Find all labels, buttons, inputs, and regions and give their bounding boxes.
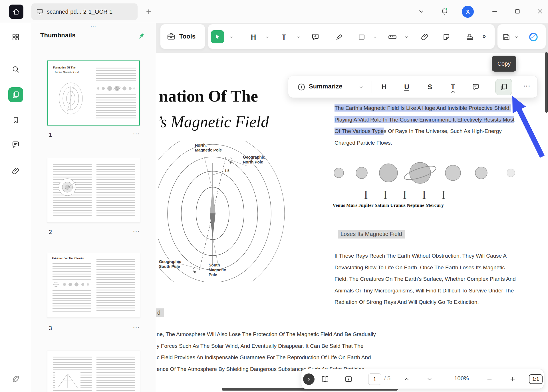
- bookmark-icon: [12, 116, 20, 124]
- pages-icon: [11, 90, 20, 99]
- select-tool-button[interactable]: [211, 30, 224, 43]
- comment-tool-button[interactable]: [310, 31, 321, 43]
- shapes-tool-dropdown[interactable]: [372, 35, 378, 40]
- text-tool-dropdown[interactable]: [296, 35, 301, 40]
- page-2-more-button[interactable]: ⋯: [127, 227, 140, 235]
- context-more-button[interactable]: ⋯: [521, 82, 533, 90]
- user-avatar[interactable]: X: [462, 6, 474, 18]
- save-button[interactable]: [501, 31, 512, 43]
- book-open-icon: [321, 375, 329, 383]
- app-logo-icon: [10, 373, 21, 385]
- stamp-icon: [466, 33, 474, 41]
- thumb1-diagram: [53, 78, 90, 118]
- avatar-letter: X: [466, 9, 470, 15]
- grid-view-button[interactable]: [10, 31, 21, 43]
- planet-jupiter: [379, 164, 398, 182]
- toolbar-overflow-button[interactable]: »: [483, 33, 486, 39]
- page-3-more-button[interactable]: ⋯: [127, 323, 140, 331]
- notification-dot: [445, 8, 447, 10]
- pushpin-icon: [137, 32, 146, 41]
- next-page-button[interactable]: [424, 373, 435, 385]
- panel-drag-handle[interactable]: ⋯: [31, 23, 156, 29]
- shapes-tool-button[interactable]: [356, 31, 367, 43]
- squiggly-underline-button[interactable]: T: [447, 81, 459, 93]
- squiggly-icon: T: [451, 83, 455, 91]
- collapse-toolbar-button[interactable]: [416, 6, 427, 17]
- new-tab-button[interactable]: [144, 7, 154, 17]
- document-tab[interactable]: scanned-pd...-2-1_OCR-1: [31, 3, 138, 20]
- text-tool-button[interactable]: T: [278, 31, 290, 43]
- highlight-text-button[interactable]: H: [378, 81, 390, 93]
- main-area: nation Of The ’s Magnetic Field: [156, 23, 548, 392]
- underline-text-button[interactable]: U: [401, 81, 412, 93]
- sidebar-item-bookmarks[interactable]: [10, 114, 21, 126]
- underline-icon: U: [404, 83, 409, 91]
- comment-edit-icon: [311, 33, 320, 41]
- magnetic-field-diagram: North,Magnetic Pole GeographicNorth Pole…: [158, 141, 303, 282]
- paragraph-1: The Earth’s Magnetic Field Is Like A Hug…: [335, 102, 514, 149]
- planet-venus: [334, 168, 344, 178]
- thumb1-planets: [96, 85, 136, 92]
- attach-tool-button[interactable]: [419, 31, 430, 43]
- copy-icon: [499, 83, 508, 91]
- ai-assistant-button[interactable]: [528, 31, 539, 43]
- close-button[interactable]: [534, 6, 546, 17]
- measure-tool-dropdown[interactable]: [404, 35, 409, 40]
- measure-tool-button[interactable]: [387, 31, 398, 43]
- ruler-icon: [388, 33, 397, 42]
- zoom-in-button[interactable]: [507, 373, 518, 385]
- pointer-mode-button[interactable]: [343, 373, 354, 385]
- copy-button[interactable]: [495, 79, 512, 95]
- stamp-tool-button[interactable]: [464, 31, 476, 43]
- chevron-down-icon: [229, 35, 233, 39]
- planets-figure: [327, 157, 527, 189]
- summarize-label[interactable]: Summarize: [309, 83, 342, 90]
- sidebar-item-comments[interactable]: [10, 139, 21, 150]
- summarize-button[interactable]: [296, 81, 307, 93]
- zoom-level[interactable]: 100%: [450, 375, 473, 382]
- sticker-tool-button[interactable]: [441, 31, 452, 43]
- reader-mode-button[interactable]: [319, 373, 331, 385]
- page-number-input[interactable]: 1: [368, 373, 381, 385]
- thumbnail-page-2[interactable]: [47, 158, 140, 223]
- zoom-out-button[interactable]: [484, 373, 495, 385]
- add-comment-button[interactable]: [470, 81, 481, 93]
- minimize-icon: [491, 8, 498, 15]
- actual-size-button[interactable]: 1:1: [529, 374, 543, 384]
- chevron-down-icon: [265, 35, 269, 39]
- thumbnail-page-1[interactable]: Formation Of The Earth's Magnetic Field: [47, 60, 140, 126]
- strikeout-text-button[interactable]: S: [424, 81, 436, 93]
- heading-tool-dropdown[interactable]: [265, 35, 270, 40]
- label-geographic-north-pole: GeographicNorth Pole: [243, 155, 265, 165]
- text-tool-icon: T: [282, 33, 286, 41]
- summarize-dropdown[interactable]: [356, 81, 366, 93]
- thumb2-textlines: [96, 164, 135, 217]
- minimize-button[interactable]: [489, 6, 500, 17]
- chevron-down-icon: [296, 35, 301, 39]
- notifications-button[interactable]: [439, 6, 450, 17]
- label-geographic-south-pole: GeographicSouth Pole: [159, 259, 181, 269]
- planet-uranus: [445, 165, 461, 181]
- comment-icon: [472, 83, 480, 91]
- maximize-button[interactable]: [512, 6, 523, 17]
- heading-tool-button[interactable]: H: [248, 31, 259, 43]
- vertical-scrollbar[interactable]: [545, 52, 548, 113]
- app-window: scanned-pd...-2-1_OCR-1 X: [0, 0, 548, 392]
- home-button[interactable]: [9, 5, 23, 19]
- highlighter-tool-button[interactable]: [333, 31, 345, 43]
- sidebar-item-thumbnails[interactable]: [8, 87, 23, 102]
- thumb3-textlines: [53, 290, 91, 312]
- chevron-down-icon: [418, 8, 425, 15]
- sidebar-item-attachments[interactable]: [10, 165, 21, 177]
- expand-toolbar-button[interactable]: [303, 373, 315, 385]
- pin-panel-button[interactable]: [136, 31, 146, 41]
- page-1-more-button[interactable]: ⋯: [127, 130, 140, 138]
- search-button[interactable]: [10, 64, 21, 75]
- tools-menu-button[interactable]: Tools: [160, 24, 205, 49]
- select-tool-dropdown[interactable]: [229, 35, 234, 40]
- thumbnail-page-4[interactable]: [47, 351, 140, 392]
- selected-text: The Earth’s Magnetic Field Is Like A Hug…: [335, 104, 511, 112]
- previous-page-button[interactable]: [401, 373, 412, 385]
- thumbnail-page-3[interactable]: Evidence For The Theories: [47, 253, 140, 318]
- save-dropdown[interactable]: [514, 35, 519, 40]
